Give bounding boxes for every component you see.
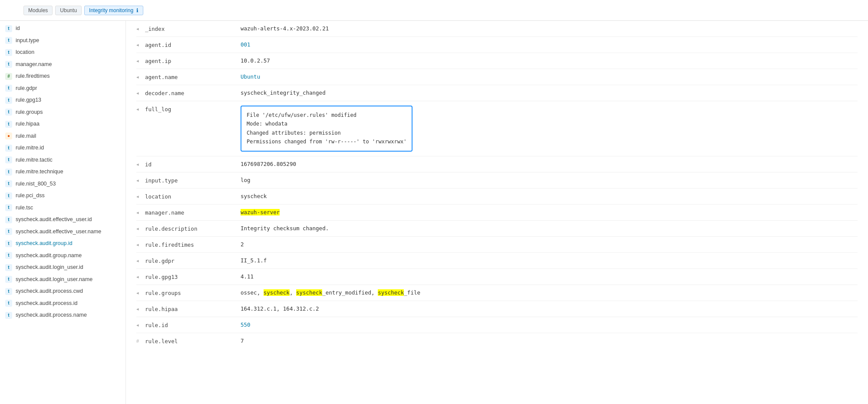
field-value: 2 <box>241 241 858 248</box>
field-toggle-icon[interactable]: ◂ <box>136 257 145 264</box>
sidebar-item[interactable]: trule.mitre.technique <box>0 166 125 178</box>
sidebar-item[interactable]: tsyscheck.audit.effective_user.id <box>0 214 125 226</box>
type-badge: t <box>5 192 12 199</box>
sidebar-item[interactable]: tmanager.name <box>0 59 125 71</box>
sidebar-field-label: rule.pci_dss <box>16 192 45 200</box>
field-value: II_5.1.f <box>241 257 858 264</box>
sidebar-field-label: rule.mitre.id <box>16 144 44 152</box>
sidebar-field-label: rule.hipaa <box>16 120 40 128</box>
sidebar-item[interactable]: tsyscheck.audit.process.cwd <box>0 285 125 298</box>
sidebar-item[interactable]: trule.groups <box>0 106 125 119</box>
sidebar-field-label: syscheck.audit.login_user.name <box>16 276 92 284</box>
field-toggle-icon[interactable]: ◂ <box>136 241 145 248</box>
sidebar-field-label: rule.mitre.tactic <box>16 156 53 164</box>
sidebar-item[interactable]: trule.gpg13 <box>0 94 125 106</box>
sidebar-field-label: rule.nist_800_53 <box>16 180 56 188</box>
sidebar-item[interactable]: tlocation <box>0 46 125 59</box>
field-row: ◂agent.id001 <box>136 37 858 53</box>
type-badge: t <box>5 156 12 163</box>
sidebar-item[interactable]: tsyscheck.audit.group.id <box>0 238 125 250</box>
sidebar-item[interactable]: trule.hipaa <box>0 118 125 130</box>
type-badge: t <box>5 109 12 116</box>
sidebar-item[interactable]: tinput.type <box>0 35 125 47</box>
field-value: wazuh-alerts-4.x-2023.02.21 <box>241 25 858 32</box>
type-badge: t <box>5 180 12 187</box>
field-name-label: id <box>145 161 241 168</box>
highlighted-group: syscheck <box>296 289 322 296</box>
field-toggle-icon[interactable]: ◂ <box>136 305 145 312</box>
field-name-label: rule.gpg13 <box>145 273 241 280</box>
type-badge: t <box>5 169 12 176</box>
type-badge: t <box>5 85 12 92</box>
field-toggle-icon[interactable]: ◂ <box>136 41 145 48</box>
sidebar-item[interactable]: trule.tsc <box>0 202 125 214</box>
log-line: Permissions changed from 'rw-r-----' to … <box>247 137 406 146</box>
top-navigation: Modules Ubuntu Integrity monitoring ℹ <box>0 0 868 21</box>
field-toggle-icon[interactable]: ◂ <box>136 57 145 64</box>
field-row: ◂rule.gdprII_5.1.f <box>136 253 858 269</box>
sidebar-field-label: rule.mail <box>16 132 36 140</box>
sidebar-field-label: input.type <box>16 37 39 45</box>
breadcrumb-modules[interactable]: Modules <box>23 6 53 15</box>
field-name-label: full_log <box>145 106 241 113</box>
type-badge: t <box>5 37 12 44</box>
log-line: Changed attributes: permission <box>247 129 406 137</box>
field-toggle-icon[interactable]: ◂ <box>136 89 145 96</box>
field-toggle-icon[interactable]: ◂ <box>136 193 145 199</box>
sidebar-item[interactable]: trule.pci_dss <box>0 190 125 202</box>
field-toggle-icon[interactable]: ◂ <box>136 25 145 32</box>
sidebar-field-label: syscheck.audit.process.name <box>16 311 87 319</box>
field-value: 4.11 <box>241 273 858 280</box>
field-toggle-icon[interactable]: ◂ <box>136 273 145 280</box>
field-value: log <box>241 177 858 183</box>
field-toggle-icon[interactable]: ◂ <box>136 161 145 167</box>
sidebar-field-list: tidtinput.typetlocationtmanager.name#rul… <box>0 21 126 404</box>
field-value[interactable]: 550 <box>241 321 858 328</box>
sidebar-item[interactable]: ●rule.mail <box>0 130 125 142</box>
type-badge: t <box>5 49 12 56</box>
type-badge: t <box>5 252 12 259</box>
sidebar-item[interactable]: tsyscheck.audit.process.id <box>0 298 125 310</box>
breadcrumb-integrity-monitoring[interactable]: Integrity monitoring ℹ <box>84 6 143 15</box>
sidebar-field-label: syscheck.audit.group.id <box>16 240 73 248</box>
field-toggle-icon[interactable]: ◂ <box>136 289 145 296</box>
field-row: ◂rule.descriptionIntegrity checksum chan… <box>136 221 858 237</box>
type-badge: t <box>5 240 12 247</box>
field-name-label: rule.id <box>145 321 241 328</box>
type-badge: t <box>5 204 12 211</box>
field-value[interactable]: Ubuntu <box>241 73 858 80</box>
field-row: ◂rule.firedtimes2 <box>136 237 858 253</box>
field-value[interactable]: 001 <box>241 41 858 48</box>
field-toggle-icon[interactable]: ◂ <box>136 225 145 232</box>
field-name-label: _index <box>145 25 241 32</box>
sidebar-field-label: rule.groups <box>16 109 43 116</box>
field-row: #rule.level7 <box>136 333 858 349</box>
group-text: _file <box>404 289 420 296</box>
type-badge: t <box>5 145 12 152</box>
log-line: Mode: whodata <box>247 119 406 128</box>
sidebar-item[interactable]: tid <box>0 23 125 35</box>
field-row: ◂locationsyscheck <box>136 189 858 205</box>
field-toggle-icon[interactable]: ◂ <box>136 73 145 80</box>
sidebar-item[interactable]: #rule.firedtimes <box>0 70 125 83</box>
sidebar-item[interactable]: trule.mitre.tactic <box>0 154 125 166</box>
field-toggle-icon[interactable]: ◂ <box>136 321 145 328</box>
field-row: ◂agent.nameUbuntu <box>136 69 858 85</box>
sidebar-item[interactable]: tsyscheck.audit.effective_user.name <box>0 226 125 238</box>
sidebar-item[interactable]: tsyscheck.audit.login_user.name <box>0 274 125 286</box>
sidebar-item[interactable]: tsyscheck.audit.process.name <box>0 309 125 321</box>
sidebar-field-label: syscheck.audit.effective_user.id <box>16 216 92 224</box>
sidebar-item[interactable]: tsyscheck.audit.group.name <box>0 250 125 262</box>
field-toggle-icon[interactable]: ◂ <box>136 177 145 183</box>
field-toggle-icon[interactable]: ◂ <box>136 209 145 215</box>
breadcrumb-ubuntu[interactable]: Ubuntu <box>55 6 82 15</box>
field-name-label: rule.gdpr <box>145 257 241 264</box>
field-toggle-icon[interactable]: ◂ <box>136 106 145 112</box>
sidebar-item[interactable]: trule.nist_800_53 <box>0 178 125 190</box>
sidebar-item[interactable]: trule.gdpr <box>0 83 125 95</box>
sidebar-item[interactable]: tsyscheck.audit.login_user.id <box>0 262 125 274</box>
sidebar-item[interactable]: trule.mitre.id <box>0 142 125 154</box>
sidebar-field-label: syscheck.audit.process.cwd <box>16 288 83 295</box>
field-toggle-icon[interactable]: # <box>136 338 145 344</box>
field-value[interactable]: ossec, syscheck, syscheck_entry_modified… <box>241 289 858 296</box>
